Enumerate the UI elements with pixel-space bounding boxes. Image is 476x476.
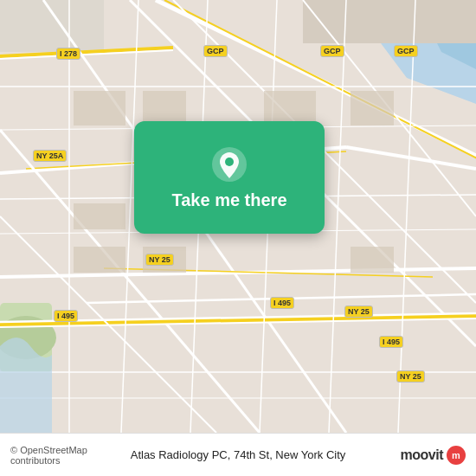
road-badge-ny25-2: NY 25 (344, 306, 373, 318)
svg-rect-6 (372, 0, 476, 43)
road-badge-i495-2: I 495 (270, 297, 294, 309)
cta-label: Take me there (171, 190, 286, 210)
road-badge-gcp3: GCP (394, 45, 418, 57)
svg-rect-7 (0, 0, 104, 52)
svg-rect-48 (351, 247, 394, 273)
road-badge-i495-1: I 495 (54, 310, 78, 322)
svg-rect-42 (351, 91, 394, 125)
location-pin-icon (210, 145, 248, 183)
cta-card[interactable]: Take me there (134, 121, 325, 234)
moovit-icon: m (447, 446, 466, 465)
road-badge-gcp2: GCP (320, 45, 344, 57)
bottom-bar: © OpenStreetMap contributors Atlas Radio… (0, 433, 476, 476)
road-badge-ny25-1: NY 25 (145, 254, 174, 266)
svg-rect-41 (264, 91, 316, 125)
moovit-text: moovit (401, 447, 443, 463)
map-container: I 278 GCP GCP GCP NY 25A NY 25A NY 25 NY… (0, 0, 476, 433)
road-badge-ny25-3: NY 25 (396, 370, 425, 383)
road-badge-i495-3: I 495 (379, 336, 403, 348)
moovit-logo: moovit m (352, 446, 466, 465)
road-badge-ny25a1: NY 25A (33, 150, 67, 162)
svg-rect-5 (303, 0, 372, 43)
svg-rect-43 (74, 203, 125, 229)
road-badge-i278: I 278 (56, 48, 80, 60)
svg-rect-39 (74, 91, 125, 125)
location-title: Atlas Radiology PC, 74th St, New York Ci… (125, 448, 352, 461)
road-badge-gcp1: GCP (203, 45, 228, 57)
svg-rect-46 (74, 247, 125, 273)
svg-point-50 (225, 158, 234, 166)
copyright-text: © OpenStreetMap contributors (10, 445, 125, 466)
svg-rect-40 (143, 91, 186, 125)
